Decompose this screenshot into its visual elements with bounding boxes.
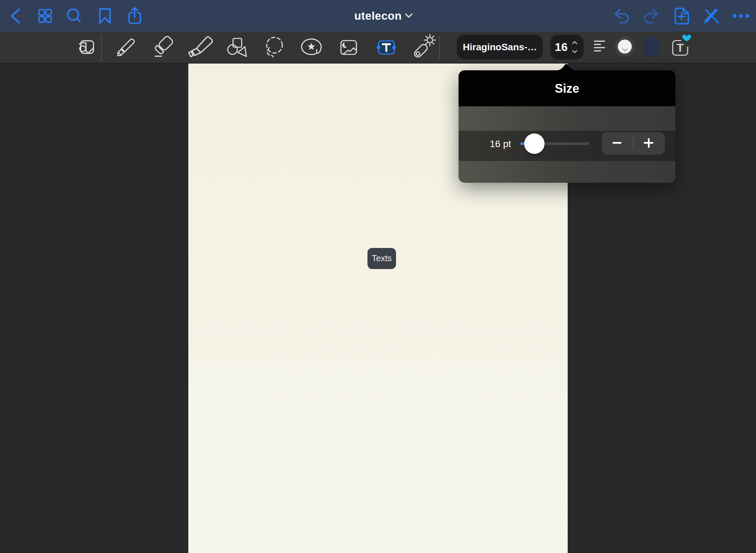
svg-text:T: T (677, 41, 684, 54)
